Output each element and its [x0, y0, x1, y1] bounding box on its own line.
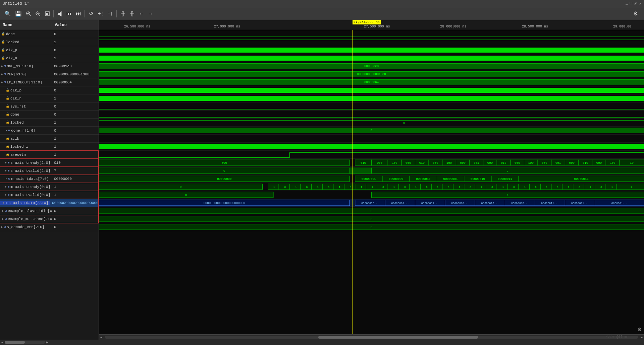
- sig-scroll-left[interactable]: ◀: [0, 340, 5, 344]
- signal-panel-scrollbar[interactable]: ◀ ▶: [0, 340, 644, 345]
- signal-row-sys-rst[interactable]: 🔒 sys_rst 0: [0, 102, 99, 111]
- marker-a-button[interactable]: [118, 9, 127, 18]
- signal-name-done-r: ▶ ⊞ done_r[1:0]: [0, 129, 52, 133]
- signal-row-m-axis-tready[interactable]: ▶ ⊞ m_axis_tready[0:0] 1: [0, 183, 99, 191]
- signal-row-aresetn[interactable]: 🔒 aresetn 1: [0, 151, 99, 159]
- lock-icon-locked: 🔒: [1, 40, 5, 44]
- signal-row-locked-i[interactable]: 🔒 locked_i 1: [0, 143, 99, 151]
- sig-scroll-thumb[interactable]: [5, 341, 25, 344]
- signal-row-clk-n[interactable]: 🔒 clk_n 1: [0, 54, 99, 62]
- save-button[interactable]: 💾: [13, 9, 23, 18]
- expand-s-axis-tready[interactable]: ▶: [5, 161, 7, 164]
- signal-row-s-decode-err[interactable]: ▶ ⊞ s_decode_err[2:0] 0: [0, 223, 99, 231]
- scroll-left-btn[interactable]: ◀: [99, 335, 104, 339]
- refresh-button[interactable]: ↺: [87, 9, 95, 18]
- expand-one-ns[interactable]: ▶: [1, 65, 3, 68]
- svg-text:0: 0: [328, 186, 330, 189]
- up-button[interactable]: ↑↕: [106, 9, 115, 18]
- signal-row-aclk[interactable]: 🔒 aclk 1: [0, 135, 99, 143]
- signal-row-s-axis-tvalid[interactable]: ▶ ⊞ s_axis_tvalid[2:0] 7: [0, 167, 99, 175]
- expand-lp-timeout[interactable]: ▶: [1, 81, 3, 84]
- sig-scroll-track[interactable]: [5, 341, 45, 344]
- signal-row-locked2[interactable]: 🔒 locked 1: [0, 119, 99, 127]
- signal-row-example-slave-idle[interactable]: ▶ ⊞ example_slave_idle[0: 0: [0, 207, 99, 215]
- close-btn[interactable]: ✕: [639, 1, 641, 6]
- toolbar: 🔍 💾 ◀| ⏮ ⏭ ↺ +↕ ↑↕ ← → ⚙: [0, 7, 644, 20]
- svg-text:0: 0: [350, 186, 352, 189]
- svg-text:100: 100: [392, 161, 397, 165]
- svg-text:0: 0: [223, 169, 225, 173]
- wave-svg-m-axis-tdata: 00000000 00000001 00000000 00000010 0000…: [99, 175, 644, 183]
- svg-text:1: 1: [459, 186, 461, 189]
- zoom-out-button[interactable]: [34, 9, 42, 18]
- signal-rows: 🔒 done 0 🔒 locked 1 🔒: [0, 30, 99, 340]
- horizontal-scrollbar[interactable]: ◀ ▶: [99, 334, 644, 340]
- maximize-btn[interactable]: ⤢: [634, 1, 637, 6]
- signal-row-s-axis-tready[interactable]: ▶ ⊞ s_axis_tready[2:0] 010: [0, 159, 99, 167]
- last-button[interactable]: ⏭: [74, 9, 83, 18]
- window-controls[interactable]: _ □ ⤢ ✕: [626, 1, 641, 6]
- expand-m-axis-tdata[interactable]: ▶: [6, 177, 7, 180]
- signal-row-m-axis-tvalid[interactable]: ▶ ⊞ m_axis_tvalid[0:0] 1: [0, 191, 99, 199]
- expand-per[interactable]: ▶: [1, 73, 3, 76]
- svg-text:0000001...: 0000001...: [611, 202, 628, 205]
- prev-marker-button[interactable]: ←: [137, 9, 146, 18]
- svg-text:0: 0: [448, 186, 449, 189]
- svg-text:00000010...: 00000010...: [481, 202, 499, 205]
- svg-text:000: 000: [222, 161, 227, 165]
- signal-row-clk-n2[interactable]: 🔒 clk_n 1: [0, 94, 99, 102]
- settings-button[interactable]: ⚙: [631, 9, 640, 18]
- expand-s-axis-tvalid[interactable]: ▶: [5, 169, 7, 172]
- signal-row-locked[interactable]: 🔒 locked 1: [0, 38, 99, 46]
- expand-s-axis-tdata[interactable]: ▶: [3, 201, 5, 204]
- signal-row-per[interactable]: ▶ ⊞ PER[63:0] 0000000000001388: [0, 70, 99, 78]
- signal-row-one-ns[interactable]: ▶ ⊞ ONE_NS[31:0] 000003e8: [0, 62, 99, 70]
- signal-row-clk-p[interactable]: 🔒 clk_p 0: [0, 46, 99, 54]
- bus-icon-m-axis-tready: ⊞: [8, 185, 9, 189]
- scrollbar-track[interactable]: [105, 336, 638, 339]
- toolbar-buttons: 🔍 💾 ◀| ⏮ ⏭ ↺ +↕ ↑↕ ← →: [3, 9, 155, 18]
- first-button[interactable]: ⏮: [65, 9, 73, 18]
- wave-row-aclk: [99, 135, 644, 143]
- add-button[interactable]: +↕: [96, 9, 105, 18]
- minimize-btn[interactable]: _: [626, 1, 628, 6]
- scroll-right-btn[interactable]: ▶: [639, 335, 644, 339]
- signal-row-done[interactable]: 🔒 done 0: [0, 30, 99, 38]
- signal-row-s-axis-tdata[interactable]: ▶ ⊞ s_axis_tdata[23:0] 00000000000000000…: [0, 199, 99, 207]
- scrollbar-thumb[interactable]: [318, 336, 478, 339]
- signal-row-done2[interactable]: 🔒 done 0: [0, 111, 99, 119]
- signal-row-done-r[interactable]: ▶ ⊞ done_r[1:0] 0: [0, 127, 99, 135]
- fit-button[interactable]: [43, 9, 52, 18]
- svg-text:00000000...: 00000000...: [361, 202, 379, 205]
- bottom-settings-icon[interactable]: ⚙: [638, 326, 641, 333]
- search-button[interactable]: 🔍: [3, 9, 13, 18]
- svg-text:010: 010: [583, 161, 588, 165]
- prev-edge-button[interactable]: ◀|: [55, 9, 64, 18]
- expand-example-m-done[interactable]: ▶: [2, 217, 4, 220]
- signal-value-locked2: 1: [52, 121, 58, 125]
- svg-text:0: 0: [513, 186, 515, 189]
- signal-row-example-m-done[interactable]: ▶ ⊞ example_m...done[2:0] 0: [0, 215, 99, 223]
- wave-row-clk-n: [99, 54, 644, 62]
- expand-example-slave-idle[interactable]: ▶: [2, 209, 4, 212]
- expand-s-decode-err[interactable]: ▶: [1, 225, 3, 228]
- signal-value-m-axis-tready: 1: [52, 185, 58, 189]
- signal-name-clk-n: 🔒 clk_n: [0, 56, 52, 60]
- svg-text:0: 0: [284, 186, 286, 189]
- signal-row-lp-timeout[interactable]: ▶ ⊞ LP_TIMEOUT[31:0] 00000064: [0, 78, 99, 86]
- restore-btn[interactable]: □: [630, 1, 632, 6]
- expand-m-axis-tready[interactable]: ▶: [5, 185, 7, 188]
- wave-svg-s-axis-tready: 000 010 000 100 000 010: [99, 159, 644, 167]
- main-container: Name Value 🔒 done 0 🔒 locked: [0, 20, 644, 345]
- sig-scroll-right[interactable]: ▶: [45, 340, 50, 344]
- bus-icon-per: ⊞: [4, 72, 6, 76]
- zoom-in-button[interactable]: [24, 9, 33, 18]
- expand-m-axis-tvalid[interactable]: ▶: [5, 193, 7, 196]
- next-marker-button[interactable]: →: [147, 9, 155, 18]
- waveform-content[interactable]: 000003e8 0000000000001388 00000064: [99, 30, 644, 334]
- marker-b-button[interactable]: [128, 9, 137, 18]
- signal-row-clk-p2[interactable]: 🔒 clk_p 0: [0, 86, 99, 94]
- signal-row-m-axis-tdata[interactable]: ▶ ⊞ m_axis_tdata[7:0] 00000000: [0, 175, 99, 183]
- expand-done-r[interactable]: ▶: [6, 129, 7, 132]
- svg-text:000: 000: [596, 161, 602, 165]
